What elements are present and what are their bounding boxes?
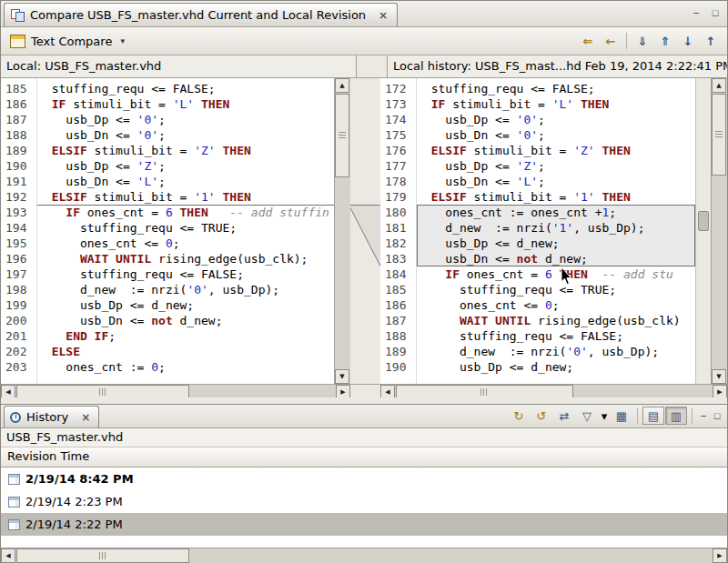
- filter-button[interactable]: ▽: [576, 407, 598, 425]
- line-number: 172: [385, 81, 416, 96]
- diff-overview-marker[interactable]: [698, 211, 709, 231]
- code-line[interactable]: usb_Dp <= 'Z';: [37, 158, 334, 174]
- code-token: usb_Dp <= d_new;: [37, 298, 194, 312]
- code-line[interactable]: usb_Dp <= d_new;: [417, 359, 695, 375]
- chevron-down-icon[interactable]: ▾: [120, 36, 125, 45]
- revision-row[interactable]: 2/19/14 2:22 PM: [1, 513, 727, 536]
- code-line[interactable]: usb_Dn <= 'L';: [37, 174, 334, 189]
- revision-row[interactable]: 2/19/14 2:23 PM: [1, 490, 727, 513]
- code-line[interactable]: WAIT UNTIL rising_edge(usb_clk);: [37, 251, 334, 266]
- code-line[interactable]: ones_cnt := ones_cnt +1;: [417, 205, 695, 220]
- view-sash[interactable]: [1, 397, 727, 404]
- code-line[interactable]: stuffing_requ <= FALSE;: [417, 328, 695, 344]
- code-line[interactable]: d_new := nrzi('0', usb_Dp);: [417, 344, 695, 359]
- scroll-up-icon[interactable]: ▲: [712, 78, 726, 93]
- code-line[interactable]: ELSIF stimuli_bit = 'Z' THEN: [37, 143, 334, 158]
- revision-icon: [8, 519, 20, 530]
- code-line[interactable]: ELSIF stimuli_bit = '1' THEN: [417, 189, 695, 205]
- history-tab-title: History: [26, 410, 68, 424]
- compare-mode-button[interactable]: ⇄: [553, 407, 575, 425]
- code-line[interactable]: d_new := nrzi('1', usb_Dp);: [417, 220, 695, 236]
- scroll-right-icon[interactable]: ▶: [713, 548, 727, 563]
- previous-difference-button[interactable]: ⇑: [654, 31, 676, 51]
- code-line[interactable]: usb_Dp <= '0';: [37, 112, 334, 127]
- code-token: d_new := nrzi(: [417, 221, 552, 235]
- editor-tab-title: Compare USB_FS_master.vhd Current and Lo…: [30, 8, 366, 22]
- code-token: '0': [187, 283, 207, 297]
- get-contents-button[interactable]: ↺: [531, 407, 552, 425]
- code-line[interactable]: stuffing_requ <= TRUE;: [417, 282, 695, 297]
- code-line[interactable]: usb_Dn <= not d_new;: [37, 313, 334, 328]
- code-token: -- add stuffin: [229, 206, 329, 219]
- code-line[interactable]: stuffing_requ <= FALSE;: [37, 81, 334, 96]
- code-token: 6: [545, 267, 552, 281]
- code-line[interactable]: stuffing_requ <= FALSE;: [417, 81, 695, 96]
- code-line[interactable]: usb_Dp <= 'Z';: [417, 158, 695, 174]
- code-token: stuffing_requ <= FALSE;: [37, 82, 216, 96]
- copy-current-change-button[interactable]: ←: [600, 31, 622, 51]
- history-hscroll-thumb[interactable]: [16, 548, 189, 563]
- pin-history-toggle[interactable]: ▤: [642, 407, 664, 425]
- code-line[interactable]: ELSE: [37, 344, 334, 359]
- maximize-button[interactable]: □: [711, 409, 723, 422]
- close-icon[interactable]: ×: [379, 9, 388, 22]
- code-token: d_new;: [173, 314, 223, 327]
- right-code-viewer[interactable]: stuffing_requ <= FALSE; IF stimuli_bit =…: [417, 78, 695, 384]
- code-line[interactable]: ones_cnt := 0;: [37, 359, 334, 375]
- scroll-left-icon[interactable]: ◀: [1, 548, 15, 563]
- next-difference-button[interactable]: ⇓: [632, 31, 653, 51]
- left-vertical-scrollbar[interactable]: ▲ ▼: [334, 78, 350, 384]
- compare-editor-tab[interactable]: Compare USB_FS_master.vhd Current and Lo…: [4, 3, 398, 26]
- history-horizontal-scrollbar[interactable]: ◀ ▶: [1, 548, 727, 563]
- viewer-selector[interactable]: Text Compare ▾: [6, 33, 128, 50]
- code-line[interactable]: ones_cnt <= 0;: [37, 236, 334, 251]
- filter-menu-icon[interactable]: ▾: [599, 407, 610, 425]
- code-line[interactable]: usb_Dp <= d_new;: [37, 297, 334, 313]
- previous-change-button[interactable]: ↑: [700, 31, 722, 51]
- left-vscroll-thumb[interactable]: [335, 94, 349, 177]
- code-line[interactable]: ELSIF stimuli_bit = '1' THEN: [37, 189, 334, 205]
- code-token: [216, 190, 223, 204]
- revision-row[interactable]: 2/19/14 8:42 PM: [1, 467, 727, 490]
- close-icon[interactable]: ×: [81, 411, 90, 424]
- code-line[interactable]: stuffing_requ <= TRUE;: [37, 220, 334, 236]
- code-line[interactable]: stuffing_requ <= FALSE;: [37, 266, 334, 282]
- group-by-date-button[interactable]: ▦: [611, 407, 632, 425]
- code-line[interactable]: IF stimuli_bit = 'L' THEN: [417, 96, 695, 112]
- code-line[interactable]: IF stimuli_bit = 'L' THEN: [37, 96, 334, 112]
- code-line[interactable]: usb_Dn <= not d_new;: [417, 251, 695, 266]
- code-line[interactable]: ELSIF stimuli_bit = 'Z' THEN: [417, 143, 695, 158]
- code-line[interactable]: usb_Dn <= '0';: [417, 127, 695, 143]
- code-line[interactable]: d_new := nrzi('0', usb_Dp);: [37, 282, 334, 297]
- code-line[interactable]: usb_Dn <= 'L';: [417, 174, 695, 189]
- left-code-viewer[interactable]: stuffing_requ <= FALSE; IF stimuli_bit =…: [37, 78, 334, 384]
- next-change-button[interactable]: ↓: [677, 31, 699, 51]
- overview-ruler[interactable]: [695, 78, 711, 384]
- refresh-button[interactable]: ↻: [508, 407, 530, 425]
- maximize-button[interactable]: □: [709, 6, 722, 19]
- code-line[interactable]: WAIT UNTIL rising_edge(usb_clk): [417, 313, 695, 328]
- minimize-button[interactable]: −: [690, 6, 703, 19]
- code-line[interactable]: IF ones_cnt = 6 THEN -- add stuffin: [37, 205, 334, 220]
- copy-all-right-to-left-button[interactable]: ⇐: [577, 31, 599, 51]
- line-number: 198: [5, 282, 36, 297]
- right-pane: 1721731741751761771781791801811821831841…: [380, 78, 727, 384]
- scroll-down-icon[interactable]: ▼: [712, 369, 726, 384]
- history-tab[interactable]: History ×: [4, 406, 99, 427]
- scroll-down-icon[interactable]: ▼: [335, 369, 349, 384]
- diff-connector: [350, 78, 380, 384]
- code-line[interactable]: usb_Dp <= d_new;: [417, 236, 695, 251]
- revision-time-column-header[interactable]: Revision Time: [1, 447, 727, 467]
- code-line[interactable]: ones_cnt <= 0;: [417, 297, 695, 313]
- scroll-up-icon[interactable]: ▲: [335, 78, 349, 93]
- code-line[interactable]: END IF;: [37, 328, 334, 344]
- right-vscroll-thumb[interactable]: [712, 94, 726, 176]
- code-line[interactable]: IF ones_cnt = 6 THEN -- add stu: [417, 266, 695, 282]
- code-line[interactable]: usb_Dn <= '0';: [37, 127, 334, 143]
- right-vertical-scrollbar[interactable]: ▲ ▼: [711, 78, 727, 384]
- code-token: IF: [52, 97, 66, 111]
- code-token: d_new := nrzi(: [37, 283, 187, 297]
- link-with-editor-toggle[interactable]: ▥: [665, 407, 687, 425]
- code-line[interactable]: usb_Dp <= '0';: [417, 112, 695, 127]
- minimize-button[interactable]: −: [697, 409, 710, 422]
